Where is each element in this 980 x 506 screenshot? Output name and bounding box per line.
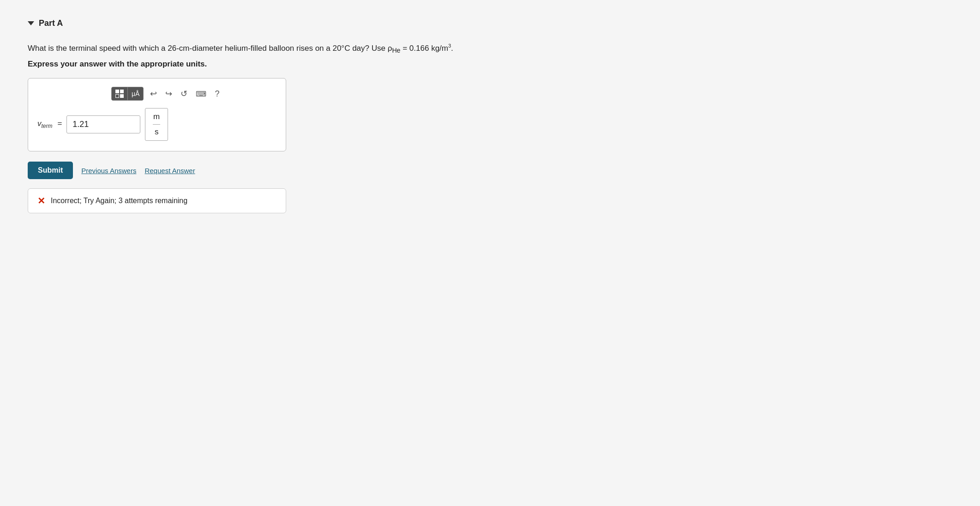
part-label: Part A: [39, 18, 63, 28]
format-button-group[interactable]: μÅ: [111, 87, 144, 101]
feedback-box: ✕ Incorrect; Try Again; 3 attempts remai…: [28, 188, 286, 213]
keyboard-button[interactable]: ⌨: [194, 88, 208, 100]
action-row: Submit Previous Answers Request Answer: [28, 162, 952, 179]
fraction-line: [153, 124, 160, 125]
variable-subscript: term: [42, 123, 53, 130]
input-row: vterm = m s: [37, 108, 277, 141]
collapse-chevron[interactable]: [28, 21, 34, 25]
incorrect-icon: ✕: [37, 195, 45, 206]
toolbar: μÅ ↩ ↪ ↺ ⌨ ?: [37, 87, 277, 101]
equals-sign: =: [57, 119, 62, 128]
undo-button[interactable]: ↩: [148, 87, 159, 101]
feedback-text: Incorrect; Try Again; 3 attempts remaini…: [51, 197, 187, 205]
request-answer-button[interactable]: Request Answer: [144, 167, 195, 175]
variable-label: vterm =: [37, 119, 62, 129]
help-icon: ?: [215, 89, 219, 98]
answer-box: μÅ ↩ ↪ ↺ ⌨ ? vterm =: [28, 78, 286, 151]
fraction-template-button[interactable]: [112, 87, 128, 100]
part-header: Part A: [28, 18, 952, 28]
mu-angstrom-label: μÅ: [132, 90, 139, 97]
submit-button[interactable]: Submit: [28, 162, 73, 179]
variable-v: v: [37, 119, 42, 128]
reset-button[interactable]: ↺: [179, 87, 189, 101]
reset-icon: ↺: [180, 89, 187, 98]
question-text: What is the terminal speed with which a …: [28, 42, 489, 56]
help-button[interactable]: ?: [213, 87, 221, 101]
previous-answers-button[interactable]: Previous Answers: [81, 167, 136, 175]
answer-input[interactable]: [66, 115, 140, 133]
question-text-density: = 0.166 kg/m: [401, 44, 448, 53]
question-text-main: What is the terminal speed with which a …: [28, 44, 392, 53]
mu-angstrom-button[interactable]: μÅ: [128, 87, 143, 100]
rho-subscript: He: [392, 47, 400, 54]
question-period: .: [451, 44, 453, 53]
redo-icon: ↪: [165, 89, 172, 98]
unit-fraction: m s: [145, 108, 168, 141]
unit-denominator: s: [155, 126, 159, 137]
fraction-icon: [115, 90, 124, 98]
redo-button[interactable]: ↪: [163, 87, 174, 101]
instruction-text: Express your answer with the appropriate…: [28, 60, 952, 69]
undo-icon: ↩: [150, 89, 157, 98]
keyboard-icon: ⌨: [196, 90, 206, 98]
unit-numerator: m: [153, 112, 160, 123]
page-container: Part A What is the terminal speed with w…: [0, 0, 980, 506]
